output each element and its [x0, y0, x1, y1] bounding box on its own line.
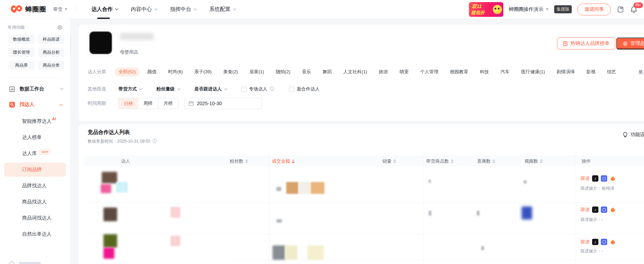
- invite-colleague-button[interactable]: 邀请同事: [577, 4, 611, 15]
- quick-link-sample-follow[interactable]: 样品跟进: [38, 35, 64, 44]
- dropdown-followed-or-not[interactable]: 是否跟进达人: [194, 86, 227, 92]
- nav-tab-content-center[interactable]: 内容中心: [131, 0, 157, 19]
- category-pets[interactable]: 萌宠: [400, 69, 409, 75]
- sort-icon[interactable]: [245, 159, 248, 163]
- sidebar-item-brand-find[interactable]: 品牌找达人: [4, 179, 66, 193]
- brand-logo-redacted: [89, 32, 112, 54]
- redacted-gmv-chart: [273, 245, 285, 260]
- column-header-products[interactable]: 带货商品数: [426, 158, 454, 164]
- column-header-lives[interactable]: 直播数: [477, 158, 495, 164]
- wechat-channels-icon[interactable]: [601, 175, 607, 182]
- category-snapshot[interactable]: 随拍(2): [276, 69, 290, 75]
- sidebar-item-product-find[interactable]: 商品找达人: [4, 195, 66, 209]
- sidebar-item-organic-order[interactable]: 自然出单达人: [4, 227, 66, 241]
- sidebar-item-smart-recommend[interactable]: 智能推荐达人 AI: [4, 114, 66, 128]
- category-personal-mgmt[interactable]: 个人管理: [420, 69, 438, 75]
- kuaishou-icon[interactable]: [610, 239, 616, 245]
- wechat-channels-icon[interactable]: [601, 239, 607, 245]
- kuaishou-icon[interactable]: [610, 175, 616, 182]
- sidebar-item-influencer-ranking[interactable]: 达人榜单: [4, 130, 66, 144]
- nav-tab-influencer-coop[interactable]: 达人合作: [92, 0, 118, 19]
- kuaishou-icon[interactable]: [610, 207, 616, 213]
- category-filter-row: 达人分类 全部(52) 颜值 时尚(6) 亲子(39) 美食(2) 居家(1) …: [88, 68, 644, 76]
- sort-icon[interactable]: [451, 159, 454, 163]
- category-home[interactable]: 居家(1): [249, 69, 264, 75]
- category-beauty[interactable]: 颜值: [147, 69, 156, 75]
- column-header-fans[interactable]: 粉丝数: [230, 158, 248, 164]
- sidebar-group-data-workbench[interactable]: 数据工作台: [0, 81, 70, 97]
- person-search-icon: [9, 102, 15, 108]
- sidebar-item-product-word-find[interactable]: 商品词找达人: [4, 211, 66, 225]
- quick-link-product-library[interactable]: 商品库: [8, 61, 34, 70]
- follow-button[interactable]: 跟进: [581, 239, 590, 245]
- douyin-icon[interactable]: ♪: [592, 175, 598, 182]
- category-music[interactable]: 音乐: [302, 69, 311, 75]
- period-tab-monthly[interactable]: 月榜: [158, 98, 178, 109]
- documents-button[interactable]: [617, 6, 624, 13]
- douyin-icon[interactable]: ♪: [592, 207, 598, 213]
- dropdown-fans-level[interactable]: 粉丝量级: [156, 86, 180, 92]
- feature-help-button[interactable]: 功能说明: [623, 131, 644, 138]
- chevron-down-icon: [154, 7, 158, 10]
- notifications-button[interactable]: 99+: [630, 6, 638, 13]
- wechat-channels-icon[interactable]: [601, 207, 607, 213]
- category-fashion[interactable]: 时尚(6): [168, 69, 183, 75]
- expand-categories-button[interactable]: 展开: [638, 69, 644, 75]
- sidebar-group-find-influencer[interactable]: 找达人: [0, 97, 70, 112]
- category-all[interactable]: 全部(52): [115, 67, 140, 76]
- quick-link-leader-mgmt[interactable]: 团长管理: [8, 48, 34, 57]
- dropdown-label: 粉丝量级: [156, 86, 175, 92]
- category-health[interactable]: 医疗健康(1): [521, 69, 545, 75]
- sort-icon[interactable]: [540, 159, 543, 163]
- period-tab-weekly[interactable]: 周榜: [138, 98, 158, 109]
- dropdown-sales-mode[interactable]: 带货方式: [119, 86, 142, 92]
- douyin-icon[interactable]: ♪: [592, 239, 598, 245]
- category-drama[interactable]: 剧情演绎: [557, 69, 575, 75]
- quick-link-data-overview[interactable]: 数据概览: [8, 35, 34, 44]
- category-auto[interactable]: 汽车: [501, 69, 510, 75]
- account-switcher[interactable]: 蝉圈圈操作演示: [509, 6, 549, 13]
- dropdown-label: 带货方式: [119, 86, 137, 92]
- follow-button[interactable]: 跟进: [581, 207, 590, 213]
- sort-icon-active[interactable]: [292, 159, 295, 163]
- follow-button[interactable]: 跟进: [581, 175, 590, 182]
- checkbox-new-coop-influencer[interactable]: 新合作达人: [289, 86, 320, 92]
- category-tech[interactable]: 科技: [480, 69, 489, 75]
- redacted-avatar: [103, 234, 117, 248]
- quick-link-product-category[interactable]: 商品分类: [38, 61, 64, 70]
- sort-icon[interactable]: [393, 159, 396, 163]
- nav-tab-command-center[interactable]: 指挥中台: [170, 0, 196, 19]
- column-header-sales[interactable]: 销量: [382, 158, 396, 164]
- sidebar-item-influencer-library[interactable]: 达人库 New: [4, 147, 66, 161]
- logo-text: 蝉圈圈: [25, 5, 46, 14]
- category-variety[interactable]: 综艺: [607, 69, 616, 75]
- category-travel[interactable]: 旅游: [379, 69, 388, 75]
- checkbox-special-influencer[interactable]: 专场达人 ⓘ: [241, 86, 274, 92]
- sort-icon[interactable]: [492, 159, 495, 163]
- app-logo[interactable]: 蝉圈圈: [11, 4, 46, 15]
- category-parenting[interactable]: 亲子(39): [194, 69, 212, 75]
- column-header-videos[interactable]: 视频数: [524, 158, 543, 164]
- info-icon[interactable]: ⓘ: [153, 138, 157, 144]
- category-dance[interactable]: 舞蹈: [323, 69, 332, 75]
- settings-gear-icon[interactable]: [57, 25, 62, 30]
- period-tab-daily[interactable]: 日榜: [119, 98, 139, 109]
- checkbox-icon[interactable]: [289, 87, 294, 92]
- mode-switcher[interactable]: 带货: [53, 6, 67, 13]
- column-header-gmv[interactable]: 成交金额: [272, 158, 295, 164]
- category-humanities[interactable]: 人文社科(1): [343, 69, 367, 75]
- manage-brand-button[interactable]: 管理品牌: [616, 38, 644, 49]
- quick-link-product-analysis[interactable]: 商品分析: [38, 48, 64, 57]
- checkbox-icon[interactable]: [241, 87, 247, 92]
- follow-media: 跟进媒介：-: [581, 248, 603, 254]
- hot-brand-ranking-button[interactable]: 热销达人品牌榜单: [557, 38, 615, 49]
- help-label: 功能说明: [630, 131, 644, 138]
- category-film[interactable]: 影视: [586, 69, 596, 75]
- double11-promo-banner[interactable]: 双11 超低价: [469, 2, 503, 17]
- info-icon[interactable]: ⓘ: [270, 86, 274, 92]
- category-food[interactable]: 美食(2): [223, 69, 238, 75]
- category-campus-edu[interactable]: 校园教育: [450, 69, 468, 75]
- sidebar-item-subscribed-brands[interactable]: 订阅品牌: [4, 163, 66, 177]
- nav-tab-system-config[interactable]: 系统配置: [209, 0, 235, 19]
- date-picker[interactable]: 2025-10-30: [184, 98, 262, 109]
